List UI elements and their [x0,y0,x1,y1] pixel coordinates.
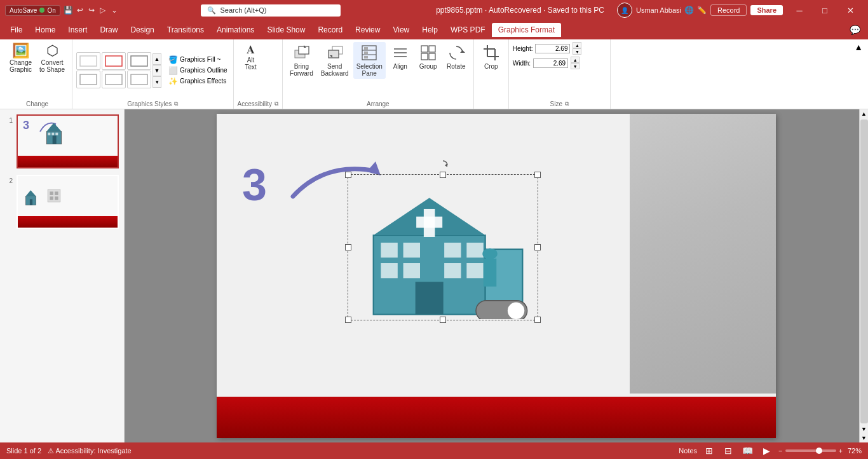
handle-ml[interactable] [345,244,351,250]
handle-tr[interactable] [534,172,541,178]
normal-view-button[interactable]: ⊞ [702,444,716,458]
pen-icon[interactable]: ✏️ [698,6,707,15]
scroll-thumb[interactable] [860,120,868,423]
width-input[interactable] [533,58,568,68]
autosave-button[interactable]: AutoSave On [5,5,60,16]
width-up[interactable]: ▲ [571,57,580,63]
zoom-level[interactable]: 72% [848,447,862,455]
menu-insert[interactable]: Insert [62,23,93,37]
crop-button[interactable]: Crop [478,42,505,72]
ribbon-group-crop: Crop [474,39,509,109]
autosave-dot [39,8,44,13]
graphics-effects-button[interactable]: ✨ Graphics Effects [166,76,229,86]
selection-pane-button[interactable]: SelectionPane [353,42,386,79]
shapes-scroll-more[interactable]: ▾ [153,76,161,88]
shape-style-6[interactable] [127,71,151,88]
group-button[interactable]: Group [415,42,442,72]
record-button[interactable]: Record [710,4,747,16]
globe-icon[interactable]: 🌐 [685,6,694,15]
shapes-scroll-down[interactable]: ▼ [153,65,161,76]
selected-graphic[interactable] [348,174,538,320]
graphics-outline-button[interactable]: ⬜ Graphics Outline [166,65,229,76]
menu-help[interactable]: Help [416,23,444,37]
zoom-in-button[interactable]: + [839,447,843,455]
slide-thumb-2[interactable]: 2 [4,174,120,230]
slide-image-2[interactable] [17,175,119,229]
height-input[interactable] [535,44,570,53]
menu-animations[interactable]: Animations [210,23,261,37]
convert-shape-button[interactable]: ⬡ Convertto Shape [36,42,68,75]
accessibility-expand-icon[interactable]: ⧉ [275,100,278,107]
present-icon[interactable]: ▷ [98,6,107,15]
crop-icon [482,44,500,62]
shape-style-4[interactable] [76,71,100,88]
menu-wps[interactable]: WPS PDF [444,23,492,37]
menu-draw[interactable]: Draw [93,23,124,37]
svg-rect-44 [55,196,58,200]
styles-label-text: Graphics Styles [127,100,172,107]
search-box[interactable]: 🔍 Search (Alt+Q) [201,4,341,17]
menu-graphics-format[interactable]: Graphics Format [492,23,561,37]
scroll-down-arrow[interactable]: ▼ [860,425,868,434]
rotate-handle[interactable] [438,160,448,170]
svg-rect-56 [381,263,397,278]
close-button[interactable]: ✕ [837,1,863,19]
menu-design[interactable]: Design [124,23,160,37]
menu-home[interactable]: Home [29,23,62,37]
zoom-track[interactable] [785,449,836,452]
menu-slideshow[interactable]: Slide Show [261,23,311,37]
styles-expand-icon[interactable]: ⧉ [174,100,178,107]
ribbon-collapse-button[interactable]: ▲ [854,42,863,52]
scroll-up-arrow[interactable]: ▲ [860,109,868,118]
minimize-button[interactable]: ─ [787,1,812,19]
handle-bl[interactable] [345,317,351,323]
handle-tm[interactable] [440,172,446,178]
vertical-scrollbar[interactable]: ▲ ▼ ▼ [859,109,868,442]
width-down[interactable]: ▼ [571,63,580,69]
handle-tl[interactable] [345,172,351,178]
undo-icon[interactable]: ↩ [76,6,85,15]
shapes-scroll-up[interactable]: ▲ [153,53,161,65]
scroll-end-arrow[interactable]: ▼ [860,434,868,442]
notes-button[interactable]: Notes [679,447,697,455]
height-spinner: ▲ ▼ [573,42,581,55]
menu-review[interactable]: Review [349,23,386,37]
rotate-button[interactable]: Rotate [443,42,470,72]
slide-num-2: 2 [5,177,13,184]
svg-rect-33 [53,135,57,144]
change-graphic-button[interactable]: 🖼️ ChangeGraphic [6,42,35,75]
shape-style-5[interactable] [102,71,126,88]
graphics-fill-button[interactable]: 🪣 Graphics Fill ~ [166,55,229,65]
save-icon[interactable]: 💾 [64,6,73,15]
reading-view-button[interactable]: 📖 [740,444,754,458]
shape-style-1[interactable] [76,52,100,70]
height-down[interactable]: ▼ [573,48,581,55]
menu-view[interactable]: View [386,23,416,37]
more-icon[interactable]: ⌄ [110,6,119,15]
slideshow-view-button[interactable]: ▶ [759,444,773,458]
shape-style-2[interactable] [102,52,126,70]
share-button[interactable]: Share [750,5,783,15]
size-expand-icon[interactable]: ⧉ [565,100,569,107]
group-label: Group [419,63,437,70]
zoom-out-button[interactable]: − [778,447,782,455]
maximize-button[interactable]: □ [812,1,837,19]
menu-file[interactable]: File [4,23,29,37]
shape-style-3[interactable] [127,52,151,70]
align-button[interactable]: Align [387,42,414,72]
slide-sorter-button[interactable]: ⊟ [721,444,735,458]
slide-thumb-1[interactable]: 1 3 [4,113,120,170]
bring-forward-button[interactable]: BringForward [287,42,316,79]
menu-transitions[interactable]: Transitions [161,23,210,37]
alt-text-button[interactable]: 𝐀 AltText [238,42,264,72]
accessibility-icon: ⚠ [48,447,54,455]
svg-rect-1 [105,56,122,66]
zoom-thumb[interactable] [816,448,822,454]
menu-record[interactable]: Record [311,23,349,37]
width-spinner: ▲ ▼ [571,57,580,69]
height-up[interactable]: ▲ [573,42,581,48]
send-backward-button[interactable]: SendBackward [318,42,352,79]
slide-image-1[interactable]: 3 [17,114,119,168]
comment-icon[interactable]: 💬 [846,22,864,38]
redo-icon[interactable]: ↪ [87,6,96,15]
